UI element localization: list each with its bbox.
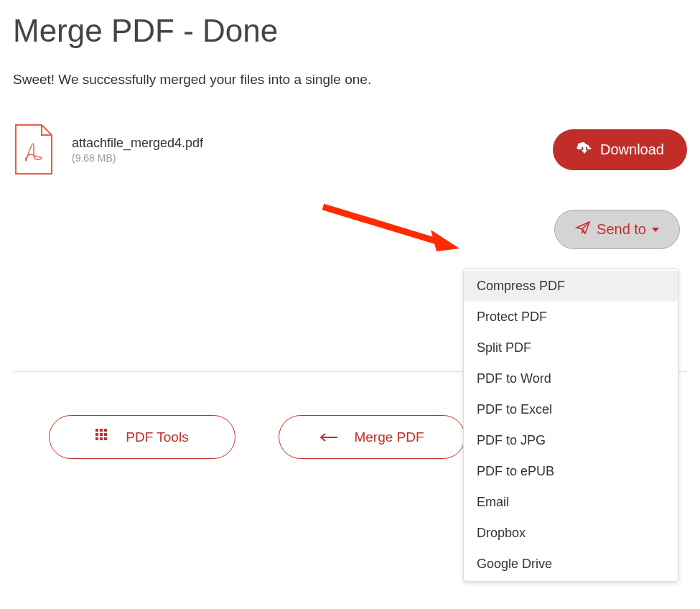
download-label: Download	[600, 141, 664, 158]
svg-rect-7	[104, 433, 107, 436]
svg-rect-5	[95, 433, 98, 436]
send-to-dropdown: Compress PDF Protect PDF Split PDF PDF t…	[463, 269, 678, 582]
dropdown-item-pdf-to-jpg[interactable]: PDF to JPG	[464, 425, 678, 456]
dropdown-item-pdf-to-excel[interactable]: PDF to Excel	[464, 394, 678, 425]
merge-pdf-label: Merge PDF	[354, 429, 424, 445]
file-info-block: attachfile_merged4.pdf (9.68 MB)	[13, 124, 203, 175]
download-button[interactable]: Download	[553, 129, 687, 170]
pdf-file-icon	[13, 124, 55, 175]
dropdown-item-compress-pdf[interactable]: Compress PDF	[464, 271, 678, 302]
dropdown-item-google-drive[interactable]: Google Drive	[464, 549, 678, 580]
file-size: (9.68 MB)	[72, 152, 203, 164]
dropdown-item-pdf-to-epub[interactable]: PDF to ePUB	[464, 456, 678, 487]
svg-rect-9	[100, 437, 103, 440]
svg-rect-10	[104, 437, 107, 440]
svg-rect-8	[95, 437, 98, 440]
grid-icon	[95, 429, 110, 445]
success-message: Sweet! We successfully merged your files…	[13, 72, 687, 88]
svg-rect-2	[95, 429, 98, 432]
pdf-tools-label: PDF Tools	[126, 429, 188, 445]
arrow-left-icon	[319, 429, 338, 445]
pdf-tools-button[interactable]: PDF Tools	[49, 415, 235, 459]
send-to-row: Send to	[13, 210, 687, 249]
file-info: attachfile_merged4.pdf (9.68 MB)	[72, 136, 203, 164]
page-title: Merge PDF - Done	[13, 13, 687, 49]
dropdown-item-protect-pdf[interactable]: Protect PDF	[464, 302, 678, 333]
chevron-down-icon	[652, 228, 659, 232]
dropdown-item-split-pdf[interactable]: Split PDF	[464, 333, 678, 363]
download-cloud-icon	[576, 141, 593, 159]
send-to-label: Send to	[597, 221, 646, 238]
merge-pdf-button[interactable]: Merge PDF	[279, 415, 465, 459]
file-row: attachfile_merged4.pdf (9.68 MB) Downloa…	[13, 124, 687, 175]
send-to-button[interactable]: Send to	[554, 210, 680, 249]
paper-plane-icon	[575, 220, 591, 238]
svg-rect-4	[104, 429, 107, 432]
dropdown-item-pdf-to-word[interactable]: PDF to Word	[464, 363, 678, 394]
dropdown-item-email[interactable]: Email	[464, 487, 678, 518]
dropdown-item-dropbox[interactable]: Dropbox	[464, 518, 678, 549]
svg-rect-6	[100, 433, 103, 436]
file-name: attachfile_merged4.pdf	[72, 136, 203, 151]
svg-rect-3	[100, 429, 103, 432]
